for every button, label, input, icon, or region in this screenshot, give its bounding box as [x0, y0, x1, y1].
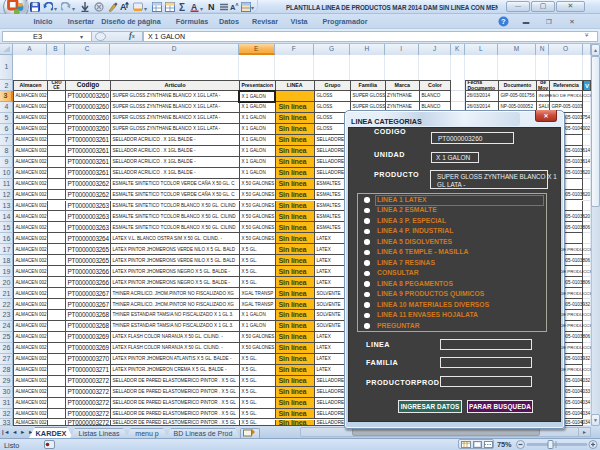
svg-text:Σ: Σ — [179, 2, 185, 12]
svg-text:A: A — [191, 2, 197, 12]
svg-text:?: ? — [501, 17, 506, 26]
svg-text:˄: ˄ — [236, 2, 239, 8]
svg-text:N: N — [208, 2, 215, 12]
